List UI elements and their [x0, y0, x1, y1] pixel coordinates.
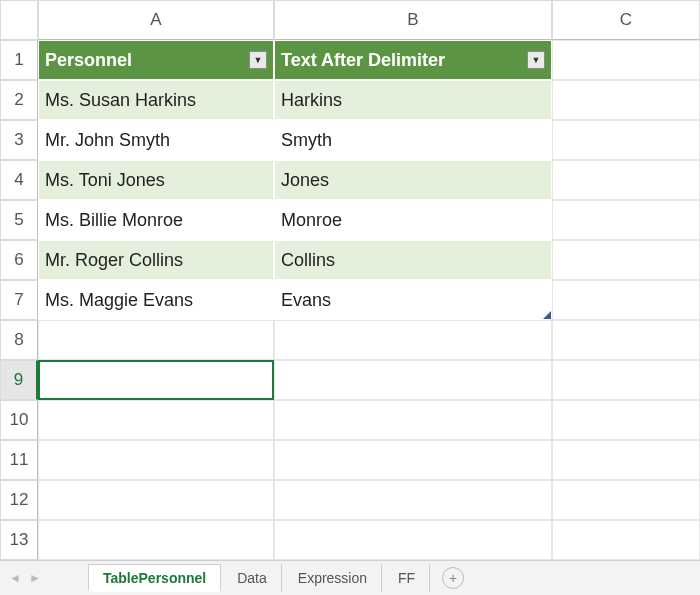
cell-empty[interactable]	[552, 200, 700, 240]
column-header-A[interactable]: A	[38, 0, 274, 40]
row-header[interactable]: 4	[0, 160, 38, 200]
sheet-tab[interactable]: FF	[384, 564, 430, 592]
table-header-label: Text After Delimiter	[281, 50, 445, 71]
cell-personnel[interactable]: Ms. Toni Jones	[38, 160, 274, 200]
table-header-label: Personnel	[45, 50, 132, 71]
cell-empty[interactable]	[552, 80, 700, 120]
sheet-tab-bar: ◄►TablePersonnelDataExpressionFF+	[0, 560, 700, 595]
worksheet-grid: ABC1Personnel▼Text After Delimiter▼2Ms. …	[0, 0, 700, 560]
row-header[interactable]: 9	[0, 360, 38, 400]
cell-empty[interactable]	[552, 280, 700, 320]
sheet-tab[interactable]: Data	[223, 564, 282, 592]
row-header[interactable]: 3	[0, 120, 38, 160]
filter-dropdown-icon[interactable]: ▼	[527, 51, 545, 69]
column-header-C[interactable]: C	[552, 0, 700, 40]
sheet-tab[interactable]: TablePersonnel	[88, 564, 221, 592]
cell-empty[interactable]	[552, 240, 700, 280]
cell-personnel[interactable]: Ms. Maggie Evans	[38, 280, 274, 320]
filter-dropdown-icon[interactable]: ▼	[249, 51, 267, 69]
row-header[interactable]: 11	[0, 440, 38, 480]
cell-empty[interactable]	[38, 400, 274, 440]
cell-personnel[interactable]: Mr. Roger Collins	[38, 240, 274, 280]
row-header[interactable]: 2	[0, 80, 38, 120]
cell-empty[interactable]	[38, 440, 274, 480]
row-header[interactable]: 13	[0, 520, 38, 560]
cell-text-after-delimiter[interactable]: Collins	[274, 240, 552, 280]
cell-empty[interactable]	[38, 520, 274, 560]
cell-empty[interactable]	[552, 520, 700, 560]
cell-empty[interactable]	[274, 480, 552, 520]
row-header[interactable]: 12	[0, 480, 38, 520]
cell-empty[interactable]	[552, 360, 700, 400]
cell-empty[interactable]	[552, 120, 700, 160]
cell-empty[interactable]	[274, 440, 552, 480]
cell-text-after-delimiter[interactable]: Monroe	[274, 200, 552, 240]
cell-empty[interactable]	[38, 360, 274, 400]
cell-empty[interactable]	[274, 320, 552, 360]
row-header[interactable]: 1	[0, 40, 38, 80]
cell-empty[interactable]	[552, 400, 700, 440]
cell-empty[interactable]	[552, 40, 700, 80]
row-header[interactable]: 7	[0, 280, 38, 320]
cell-empty[interactable]	[38, 320, 274, 360]
cell-empty[interactable]	[552, 440, 700, 480]
select-all-corner[interactable]	[0, 0, 38, 40]
add-sheet-icon[interactable]: +	[442, 567, 464, 589]
table-header-text-after-delimiter[interactable]: Text After Delimiter▼	[274, 40, 552, 80]
table-header-personnel[interactable]: Personnel▼	[38, 40, 274, 80]
cell-personnel[interactable]: Ms. Billie Monroe	[38, 200, 274, 240]
cell-empty[interactable]	[552, 160, 700, 200]
cell-text-after-delimiter[interactable]: Jones	[274, 160, 552, 200]
column-header-B[interactable]: B	[274, 0, 552, 40]
cell-empty[interactable]	[274, 400, 552, 440]
row-header[interactable]: 6	[0, 240, 38, 280]
row-header[interactable]: 5	[0, 200, 38, 240]
cell-empty[interactable]	[38, 480, 274, 520]
cell-personnel[interactable]: Mr. John Smyth	[38, 120, 274, 160]
cell-empty[interactable]	[552, 320, 700, 360]
cell-text-after-delimiter[interactable]: Harkins	[274, 80, 552, 120]
cell-empty[interactable]	[274, 360, 552, 400]
cell-empty[interactable]	[274, 520, 552, 560]
row-header[interactable]: 8	[0, 320, 38, 360]
cell-personnel[interactable]: Ms. Susan Harkins	[38, 80, 274, 120]
cell-empty[interactable]	[552, 480, 700, 520]
tab-nav-right-icon[interactable]: ►	[26, 567, 44, 589]
cell-text-after-delimiter[interactable]: Smyth	[274, 120, 552, 160]
cell-text-after-delimiter[interactable]: Evans	[274, 280, 552, 320]
row-header[interactable]: 10	[0, 400, 38, 440]
tab-nav-left-icon[interactable]: ◄	[6, 567, 24, 589]
sheet-tab[interactable]: Expression	[284, 564, 382, 592]
